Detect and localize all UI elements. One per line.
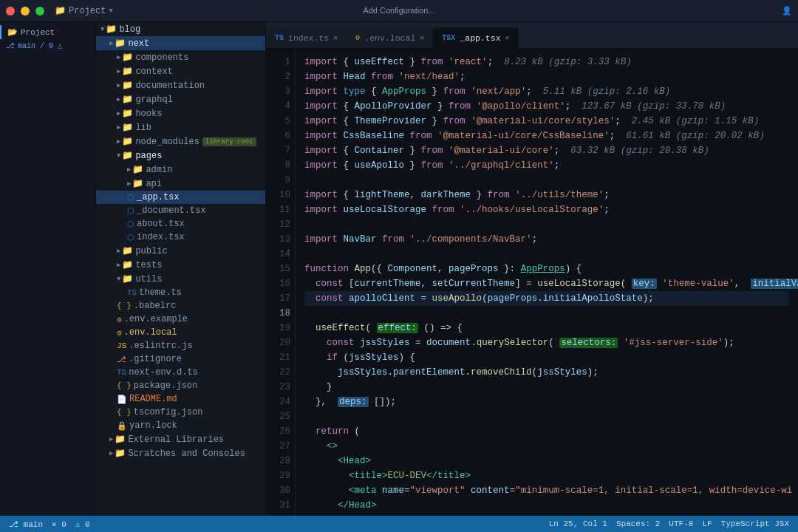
error-count[interactable]: ✕ 0 [52, 519, 66, 529]
tree-item-hooks[interactable]: ▶ 📁 hooks [96, 106, 265, 120]
code-line: return ( [304, 424, 789, 439]
chevron-right-icon: ▶ [117, 137, 120, 146]
tree-item-yarn-lock[interactable]: 🔒 yarn.lock [96, 419, 265, 432]
git-icon: ⎇ [117, 355, 126, 364]
tree-item-tsconfig[interactable]: { } tsconfig.json [96, 406, 265, 419]
tsx-file-icon: TSX [442, 34, 455, 42]
code-line: <title>ECU-DEV</title> [304, 468, 789, 483]
folder-icon: 📁 [122, 245, 133, 256]
code-editor[interactable]: import { useEffect } from 'react'; 8.23 … [296, 49, 798, 516]
tree-item-scratches[interactable]: ▶ 📁 Scratches and Consoles [96, 446, 265, 460]
tree-item-tests[interactable]: ▶ 📁 tests [96, 258, 265, 272]
tsx-icon: ⬡ [127, 219, 134, 229]
tree-item-document-tsx[interactable]: ⬡ _document.tsx [96, 204, 265, 217]
json-icon: { } [117, 408, 132, 417]
tab-close-icon[interactable]: ✕ [333, 33, 338, 42]
chevron-right-icon: ▶ [117, 95, 120, 103]
title-right: 👤 [596, 6, 792, 16]
tree-item-api[interactable]: ▶ 📁 api [96, 177, 265, 191]
chevron-right-icon: ▶ [117, 81, 120, 89]
code-line: import { Container } from '@material-ui/… [304, 143, 789, 158]
line-ending[interactable]: LF [702, 519, 712, 528]
maximize-window-button[interactable] [35, 7, 44, 16]
code-line: }, deps: []); [304, 395, 789, 409]
tree-item-babelrc[interactable]: { } .babelrc [96, 299, 265, 313]
tree-item-readme[interactable]: 📄 README.md [96, 392, 265, 406]
code-line: const jssStyles = document.querySelector… [304, 335, 789, 350]
tab-index-ts[interactable]: TS index.ts ✕ [266, 27, 347, 48]
title-center: Add Configuration... [202, 6, 596, 16]
tree-item-next-env[interactable]: TS next-env.d.ts [96, 366, 265, 379]
folder-icon: 📁 [132, 178, 143, 189]
tree-item-pages[interactable]: ▼ 📁 pages [96, 149, 265, 163]
tree-item-context[interactable]: ▶ 📁 context [96, 64, 265, 78]
tree-item-gitignore[interactable]: ⎇ .gitignore [96, 352, 265, 366]
editor-area: TS index.ts ✕ ⚙ .env.local ✕ TSX _app.ts… [266, 22, 798, 516]
tree-item-eslintrc[interactable]: JS .eslintrc.js [96, 339, 265, 352]
tree-item-env-example[interactable]: ⚙ .env.example [96, 313, 265, 326]
close-window-button[interactable] [6, 7, 15, 16]
activity-project[interactable]: 📂 Project [0, 25, 95, 39]
tree-item-package-json[interactable]: { } package.json [96, 379, 265, 392]
tree-item-documentation[interactable]: ▶ 📁 documentation [96, 78, 265, 92]
add-configuration-button[interactable]: Add Configuration... [363, 6, 434, 15]
cursor-position[interactable]: Ln 25, Col 1 [549, 519, 607, 528]
tab-close-icon[interactable]: ✕ [505, 33, 510, 42]
sidebar: ▼ 📁 blog ▶ 📁 next ▶ 📁 components ▶ 📁 con… [96, 22, 266, 516]
tab-close-icon[interactable]: ✕ [420, 33, 424, 42]
tree-item-about-tsx[interactable]: ⬡ about.tsx [96, 217, 265, 231]
folder-icon: 📁 [122, 122, 133, 133]
folder-icon: 📁 [122, 66, 133, 77]
tree-item-graphql[interactable]: ▶ 📁 graphql [96, 92, 265, 106]
warning-count[interactable]: ⚠ 0 [75, 519, 90, 529]
ts-icon: TS [117, 368, 126, 377]
tree-item-app-tsx[interactable]: ⬡ _app.tsx [96, 191, 265, 204]
code-line: </Head> [304, 498, 789, 513]
user-icon: 👤 [782, 6, 792, 16]
json-icon: { } [117, 381, 132, 390]
tree-item-node-modules[interactable]: ▶ 📁 node_modules library root [96, 134, 265, 149]
tree-item-index-tsx[interactable]: ⬡ index.tsx [96, 231, 265, 244]
chevron-right-icon: ▶ [109, 435, 113, 443]
git-branch-status[interactable]: ⎇ main [9, 519, 43, 529]
tree-item-blog[interactable]: ▼ 📁 blog [96, 22, 265, 36]
tree-item-public[interactable]: ▶ 📁 public [96, 244, 265, 258]
folder-icon: 📁 [122, 273, 133, 284]
spaces-setting[interactable]: Spaces: 2 [616, 519, 660, 528]
language-mode[interactable]: TypeScript JSX [721, 519, 789, 528]
tree-item-theme-ts[interactable]: TS theme.ts [96, 286, 265, 299]
tab-env-local[interactable]: ⚙ .env.local ✕ [347, 27, 433, 48]
chevron-right-icon: ▶ [117, 261, 120, 269]
tree-item-admin[interactable]: ▶ 📁 admin [96, 163, 265, 177]
env-icon: ⚙ [117, 315, 122, 324]
main-area: 📂 Project ⎇ main / 9 △ ▼ 📁 blog ▶ 📁 next… [0, 22, 798, 516]
project-icon: 📂 [7, 27, 18, 37]
git-branch-info: ⎇ main / 9 △ [0, 39, 68, 52]
tsx-icon: ⬡ [127, 193, 134, 202]
tree-item-external-libs[interactable]: ▶ 📁 External Libraries [96, 432, 265, 446]
minimize-window-button[interactable] [21, 7, 30, 16]
tree-item-env-local[interactable]: ⚙ .env.local [96, 326, 265, 339]
status-bar-left: ⎇ main ✕ 0 ⚠ 0 [9, 519, 90, 529]
code-line: useEffect( effect: () => { [304, 321, 789, 335]
code-line: import { ApolloProvider } from '@apollo/… [304, 99, 789, 114]
chevron-right-icon: ▶ [127, 166, 131, 174]
folder-icon: 📁 [122, 259, 133, 270]
tree-item-components[interactable]: ▶ 📁 components [96, 50, 265, 64]
tab-app-tsx[interactable]: TSX _app.tsx ✕ [433, 27, 518, 48]
lock-icon: 🔒 [117, 421, 127, 431]
code-line: const [currentTheme, setCurrentTheme] = … [304, 276, 789, 291]
tree-item-utils[interactable]: ▼ 📁 utils [96, 272, 265, 286]
tree-item-lib[interactable]: ▶ 📁 lib [96, 120, 265, 134]
chevron-right-icon: ▶ [109, 449, 113, 457]
chevron-right-icon: ▶ [109, 39, 113, 47]
json-icon: { } [117, 301, 132, 310]
code-line [304, 217, 789, 232]
project-label: 📁 Project ▼ [55, 5, 113, 16]
encoding[interactable]: UTF-8 [669, 519, 693, 528]
tree-item-next[interactable]: ▶ 📁 next [96, 36, 265, 50]
folder-icon: 📁 [122, 108, 133, 119]
error-icon: ✕ [52, 520, 57, 529]
tsx-icon: ⬡ [127, 206, 134, 216]
folder-icon: 📁 [132, 164, 143, 175]
